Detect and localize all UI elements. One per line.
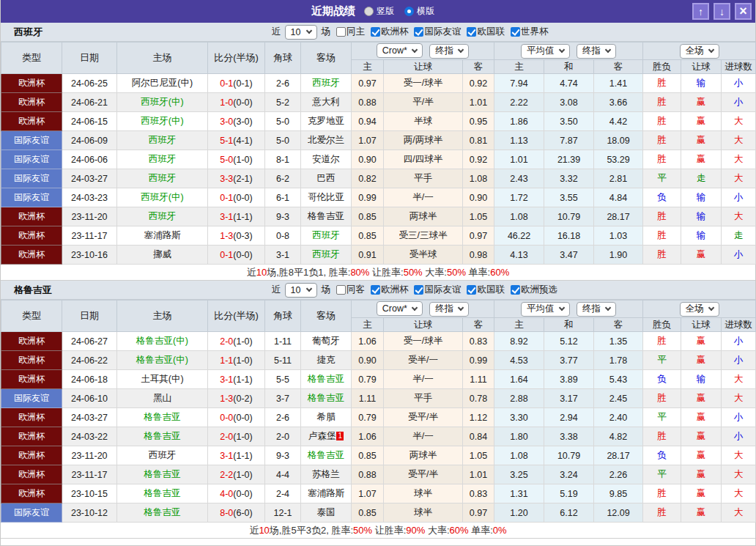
match-row: 欧洲杯24-06-21西班牙(中)1-0(0-0)5-2意大利0.88平/半1.… [1,93,756,112]
summary-text: 场,胜5平3负2, 胜率: [270,525,353,536]
recent-count-select[interactable]: 10 [285,25,318,40]
page-title: 近期战绩 [311,4,355,18]
result-outcome: 胜 [643,93,681,112]
bookmaker-select[interactable]: Crow* [377,301,423,316]
home-team: 格鲁吉亚 [117,408,208,427]
competition-checkbox[interactable] [467,27,476,37]
match-row: 欧洲杯24-03-22格鲁吉亚2-0(1-0)2-0卢森堡11.06半/一0.8… [1,427,756,446]
competition-checkbox[interactable] [467,285,476,295]
result-goals: 大 [722,484,756,503]
halftime-score: (0-3) [233,231,252,241]
subcol-handicap: 让球 [384,60,463,74]
chevron-down-icon [708,305,714,311]
layout-radio-option[interactable]: 竖版 [364,5,394,18]
handicap-line: 平手 [384,169,463,188]
competition-checkbox[interactable] [414,285,423,295]
match-date: 24-06-15 [62,112,117,131]
result-outcome: 胜 [643,332,681,351]
recent-count-select[interactable]: 10 [285,283,318,298]
score-cell: 3-3(2-1) [208,169,265,188]
match-date: 24-03-27 [62,408,117,427]
competition-checkbox[interactable] [371,285,380,295]
corners-cell: 2-4 [265,484,301,503]
layout-radio-selected[interactable]: 横版 [404,5,434,18]
handicap-line: 半/一 [384,188,463,207]
avg-away-odds: 1.90 [594,246,643,265]
result-handicap: 输 [681,74,722,93]
corners-cell: 5-0 [265,131,301,150]
average-stage-select[interactable]: 终指 [577,302,616,317]
halftime-score: (1-0) [233,155,252,165]
col-type: 类型 [1,300,62,332]
subcol-outcome: 胜负 [643,60,681,74]
results-table: 类型 日期 主场 比分(半场) 角球 客场 Crow* 终指 平均值 终指 [1,300,756,523]
odds-stage-select[interactable]: 终指 [429,302,469,317]
odds-stage-select[interactable]: 终指 [429,44,469,59]
handicap-line: 两/两球半 [384,131,463,150]
result-outcome: 平 [643,351,681,370]
competition-checkbox[interactable] [414,27,423,37]
move-down-button[interactable]: ↓ [714,3,730,20]
match-row: 国际友谊24-06-10黑山1-3(0-2)3-7格鲁吉亚1.11平手0.782… [1,389,756,408]
match-date: 24-06-10 [62,389,117,408]
fulltime-score: 0-1 [220,250,233,260]
crow-away-odds: 1.08 [463,169,494,188]
same-venue-checkbox[interactable] [336,27,346,37]
competition-checkbox[interactable] [371,27,380,37]
corners-cell: 12-1 [265,503,301,523]
avg-away-odds: 2.40 [594,408,643,427]
move-up-button[interactable]: ↑ [692,3,709,20]
match-type-badge: 欧洲杯 [1,226,62,246]
score-cell: 5-1(4-1) [208,131,265,150]
score-cell: 2-0(1-0) [208,332,265,351]
col-date: 日期 [62,43,117,74]
away-team: 格鲁吉亚 [301,446,352,465]
competition-checkbox[interactable] [511,27,520,37]
avg-draw-odds: 3.47 [544,246,594,265]
competition-checkbox[interactable] [511,285,520,295]
avg-away-odds: 5.43 [594,370,643,389]
filter-bar: 近10场同主欧洲杯国际友谊欧国联世界杯 [272,25,548,40]
halftime-score: (1-0) [233,355,252,366]
average-stage-select[interactable]: 终指 [577,44,616,59]
result-goals: 走 [722,226,756,246]
result-goals: 大 [722,389,756,408]
avg-away-odds: 1.41 [594,74,643,93]
avg-away-odds: 2.26 [594,465,643,484]
avg-draw-odds: 3.32 [544,169,594,188]
score-cell: 1-1(1-0) [208,351,265,370]
score-cell: 0-1(0-0) [208,188,265,207]
match-date: 23-10-16 [62,246,117,265]
crow-away-odds: 0.83 [463,484,494,503]
recent-results-panel: 近期战绩 竖版横版 ↑ ↓ × 西班牙 近10场同主欧洲杯国际友谊欧国联世界杯 … [0,0,756,546]
result-goals: 小 [722,93,756,112]
match-date: 24-06-09 [62,131,117,150]
score-cell: 0-0(0-0) [208,408,265,427]
fulltime-score: 1-0 [220,97,233,108]
handicap-line: 受三/三球半 [384,226,463,246]
corners-cell: 2-6 [265,74,301,93]
away-team: 希腊 [301,408,352,427]
match-type-badge: 欧洲杯 [1,370,62,389]
period-select[interactable]: 全场 [680,44,719,59]
match-row: 国际友谊24-06-06西班牙5-0(1-0)8-1安道尔0.90四/四球半0.… [1,150,756,169]
same-venue-checkbox[interactable] [336,285,346,295]
avg-away-odds: 12.09 [594,503,643,523]
bookmaker-select[interactable]: Crow* [377,43,423,58]
average-select[interactable]: 平均值 [521,302,570,317]
summary-text: 0% [493,525,507,536]
result-outcome: 平 [643,408,681,427]
score-cell: 3-1(1-1) [208,446,265,465]
home-team: 土耳其(中) [117,370,208,389]
match-type-badge: 欧洲杯 [1,207,62,226]
crow-home-odds: 0.85 [352,503,384,523]
recent-count-value: 10 [291,285,301,295]
close-icon[interactable]: × [735,3,752,20]
crow-away-odds: 0.90 [463,188,494,207]
result-outcome: 胜 [643,131,681,150]
halftime-score: (1-1) [233,212,252,222]
average-select[interactable]: 平均值 [521,44,570,59]
period-select[interactable]: 全场 [680,302,719,317]
avg-draw-odds: 3.77 [544,351,594,370]
summary-text: 让胜率: [372,525,406,536]
